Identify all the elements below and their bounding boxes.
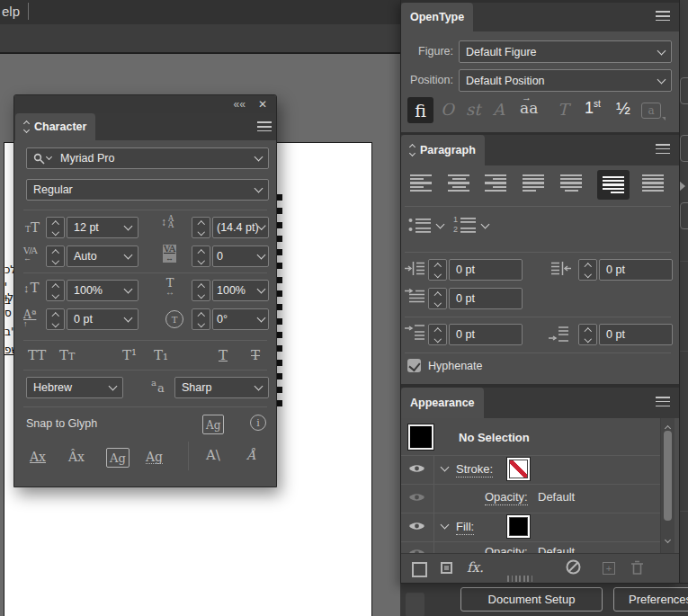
stroke-visibility-eye-icon[interactable] xyxy=(408,463,425,474)
fill-visibility-eye-icon[interactable] xyxy=(408,521,425,531)
font-size-field[interactable]: 12 pt xyxy=(67,217,138,238)
clear-appearance-icon[interactable] xyxy=(566,559,581,575)
subscript-button[interactable]: T₁ xyxy=(154,349,168,362)
justify-last-left-button[interactable] xyxy=(523,174,544,192)
language-select[interactable]: Hebrew xyxy=(26,377,123,398)
scrollbar-thumb[interactable] xyxy=(664,431,672,521)
fill-swatch-black[interactable] xyxy=(507,515,530,538)
left-indent-field[interactable]: 0 pt xyxy=(449,259,523,281)
preferences-button[interactable]: Preferences xyxy=(613,587,688,612)
ordinals-icon[interactable]: 1st xyxy=(585,100,601,116)
stroke-opacity-label[interactable]: Opacity: xyxy=(485,490,528,505)
horizontal-scale-stepper[interactable] xyxy=(192,280,210,301)
snap-angular-guides-button[interactable]: A\ xyxy=(206,449,220,462)
panel-title-bar[interactable]: «« ✕ xyxy=(14,95,276,113)
appearance-scrollbar[interactable] xyxy=(660,418,675,553)
vertical-scale-field[interactable]: 100% xyxy=(67,280,138,301)
tracking-stepper[interactable] xyxy=(192,246,210,267)
baseline-shift-stepper[interactable] xyxy=(46,308,65,330)
snap-xheight-button[interactable]: Âx xyxy=(68,451,85,463)
dock-resize-grip[interactable] xyxy=(507,576,534,582)
panel-menu-icon[interactable] xyxy=(656,144,670,154)
space-after-field[interactable]: 0 pt xyxy=(599,324,673,345)
justify-all-button[interactable] xyxy=(642,174,664,192)
figure-select[interactable]: Default Figure xyxy=(459,40,672,63)
bulleted-list-button[interactable] xyxy=(408,218,432,235)
all-caps-button[interactable]: TT xyxy=(28,349,46,362)
position-select[interactable]: Default Position xyxy=(459,69,672,92)
space-before-field[interactable]: 0 pt xyxy=(449,324,523,345)
font-family-field[interactable]: Myriad Pro xyxy=(26,147,269,169)
snap-to-glyph-badge-icon[interactable]: Ag xyxy=(202,415,224,434)
align-left-button[interactable] xyxy=(410,174,432,192)
anti-aliasing-select[interactable]: Sharp xyxy=(174,377,269,398)
delete-item-icon[interactable] xyxy=(630,560,644,576)
fill-opacity-label[interactable]: Opacity: xyxy=(485,545,528,553)
first-line-indent-stepper[interactable] xyxy=(428,288,447,309)
tab-character[interactable]: Character xyxy=(15,113,95,140)
stroke-label[interactable]: Stroke: xyxy=(456,462,493,478)
ligatures-button[interactable]: fi xyxy=(407,97,433,123)
add-effect-fx-icon[interactable]: fx. xyxy=(467,559,484,576)
panel-menu-icon[interactable] xyxy=(656,397,670,406)
fill-expand-icon[interactable] xyxy=(441,521,450,530)
tab-appearance[interactable]: Appearance xyxy=(401,388,484,418)
snap-baseline-button[interactable]: Ax xyxy=(30,451,46,463)
stylistic-alternates-icon[interactable]: → aa xyxy=(520,101,538,116)
close-panel-icon[interactable]: ✕ xyxy=(258,99,267,110)
kerning-stepper[interactable] xyxy=(46,246,65,267)
underline-button[interactable]: T xyxy=(219,349,228,362)
align-right-button[interactable] xyxy=(485,174,506,192)
scroll-down-icon[interactable] xyxy=(665,537,671,543)
font-style-field[interactable]: Regular xyxy=(26,179,269,201)
justify-last-center-button[interactable] xyxy=(560,174,582,192)
space-before-stepper[interactable] xyxy=(428,324,447,345)
align-center-button[interactable] xyxy=(448,174,469,192)
contextual-alternates-icon[interactable]: O xyxy=(441,102,454,118)
baseline-shift-field[interactable]: 0 pt xyxy=(67,308,138,330)
tab-paragraph[interactable]: Paragraph xyxy=(401,135,485,165)
stroke-expand-icon[interactable] xyxy=(441,463,450,472)
collapse-panel-icon[interactable]: «« xyxy=(234,99,246,110)
character-rotation-field[interactable]: 0° xyxy=(212,308,269,330)
numbered-list-button[interactable]: 1 2 xyxy=(453,217,478,236)
strikethrough-button[interactable]: T xyxy=(251,349,260,362)
leading-field[interactable]: (14.4 pt) xyxy=(212,217,269,238)
fractions-icon[interactable]: ½ xyxy=(616,100,630,117)
hyphenate-checkbox[interactable] xyxy=(407,359,421,372)
panel-collapse-arrow-icon[interactable] xyxy=(679,181,685,192)
titling-alternates-icon[interactable]: T xyxy=(558,102,568,118)
discretionary-ligatures-icon[interactable]: st xyxy=(466,102,480,118)
tab-opentype[interactable]: OpenType xyxy=(401,3,473,31)
swash-icon[interactable]: A xyxy=(493,102,505,118)
right-indent-field[interactable]: 0 pt xyxy=(599,259,673,281)
justify-last-right-button-selected[interactable] xyxy=(597,170,630,200)
right-indent-stepper[interactable] xyxy=(578,259,597,281)
menu-item-help-fragment[interactable]: elp xyxy=(2,4,20,19)
horizontal-scale-field[interactable]: 100% xyxy=(212,280,269,301)
snap-anchor-button[interactable]: Å xyxy=(246,449,255,461)
stroke-opacity-eye-icon[interactable] xyxy=(408,492,425,503)
character-rotation-stepper[interactable] xyxy=(192,308,210,330)
leading-stepper[interactable] xyxy=(192,217,210,238)
add-new-fill-icon[interactable] xyxy=(441,562,452,574)
vertical-scale-stepper[interactable] xyxy=(46,280,65,301)
panel-menu-icon[interactable] xyxy=(257,121,272,131)
snap-glyph-bounds-button[interactable]: Ag xyxy=(106,448,130,468)
fill-label[interactable]: Fill: xyxy=(456,520,474,535)
add-new-stroke-icon[interactable] xyxy=(412,562,427,577)
snap-near-bounds-button[interactable]: Ag xyxy=(146,451,163,464)
stylistic-sets-icon[interactable]: a xyxy=(641,103,661,119)
panel-menu-icon[interactable] xyxy=(656,11,670,21)
left-indent-stepper[interactable] xyxy=(428,259,447,281)
first-line-indent-field[interactable]: 0 pt xyxy=(449,288,523,309)
small-caps-button[interactable]: TT xyxy=(59,349,75,362)
superscript-button[interactable]: T¹ xyxy=(122,349,137,362)
kerning-field[interactable]: Auto xyxy=(67,246,138,267)
duplicate-item-icon[interactable]: + xyxy=(603,562,615,575)
font-size-stepper[interactable] xyxy=(46,217,65,238)
space-after-stepper[interactable] xyxy=(578,324,597,345)
tracking-field[interactable]: 0 xyxy=(212,246,269,267)
document-setup-button[interactable]: Document Setup xyxy=(460,587,603,612)
stroke-swatch-none[interactable] xyxy=(507,458,530,480)
